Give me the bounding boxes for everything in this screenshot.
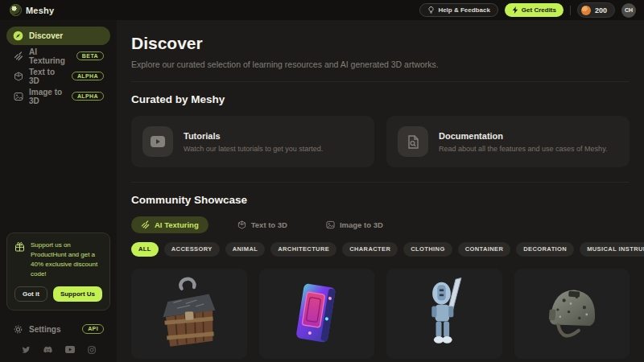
card-title: Tutorials — [184, 131, 323, 141]
filter-chips: ALL ACCESSORY ANIMAL ARCHITECTURE CHARAC… — [131, 242, 630, 257]
sidebar: Discover AI Texturing BETA Text to 3D AL… — [0, 20, 117, 362]
meshy-logo[interactable]: Meshy — [10, 4, 54, 16]
showcase-heading: Community Showcase — [131, 194, 630, 206]
user-avatar[interactable]: CH — [621, 3, 636, 18]
sidebar-item-label: Image to 3D — [29, 88, 66, 105]
youtube-icon[interactable] — [65, 346, 75, 353]
lightning-icon — [512, 6, 518, 14]
got-it-button[interactable]: Got it — [14, 286, 47, 302]
texture-brush-icon — [13, 51, 23, 61]
beta-badge: BETA — [76, 51, 104, 61]
meshy-logo-icon — [10, 4, 22, 16]
sidebar-item-discover[interactable]: Discover — [6, 27, 110, 45]
card-description: Watch our latest tutorials to get you st… — [184, 145, 323, 153]
artwork-box[interactable] — [259, 269, 375, 359]
artwork-armed-beast[interactable] — [386, 269, 502, 359]
cube-icon — [13, 71, 23, 81]
compass-icon — [13, 31, 23, 41]
tab-label: AI Texturing — [155, 220, 199, 229]
showcase-gallery: HA A chest Hannah — [131, 269, 630, 362]
card-description: Read about all the features and use case… — [439, 145, 607, 153]
topbar-actions: Help & Feedback Get Credits 200 CH — [419, 2, 636, 18]
sidebar-item-settings[interactable]: Settings API — [6, 320, 110, 338]
gallery-item: AV Armed beast AVAR — [386, 269, 502, 362]
page-title: Discover — [131, 34, 630, 53]
twitter-icon[interactable] — [22, 346, 31, 354]
documentation-card[interactable]: Documentation Read about all the feature… — [386, 116, 630, 167]
topbar: Meshy Help & Feedback Get Credits 200 CH — [0, 0, 644, 20]
alpha-badge: ALPHA — [72, 92, 104, 101]
documentation-card-text: Documentation Read about all the feature… — [439, 131, 607, 153]
page-header: Discover Explore our curated selection o… — [131, 20, 630, 82]
cube-icon — [237, 220, 246, 229]
filter-chip-character[interactable]: CHARACTER — [342, 242, 398, 257]
instagram-icon[interactable] — [88, 346, 96, 354]
sidebar-item-label: Text to 3D — [29, 68, 66, 85]
sidebar-bottom: Support us on ProductHunt and get a 40% … — [6, 232, 110, 357]
gallery-item: HA A chest Hannah — [131, 269, 247, 362]
help-feedback-button[interactable]: Help & Feedback — [419, 3, 497, 17]
showcase-section: Community Showcase AI Texturing Text to … — [131, 183, 630, 362]
sidebar-item-ai-texturing[interactable]: AI Texturing BETA — [6, 47, 110, 65]
image-icon — [326, 220, 335, 229]
discord-icon[interactable] — [43, 346, 52, 353]
tab-label: Text to 3D — [251, 220, 287, 229]
gear-icon — [13, 324, 23, 335]
gift-icon — [14, 241, 25, 252]
settings-label: Settings — [29, 325, 60, 334]
credits-count: 200 — [595, 6, 607, 14]
tab-label: Image to 3D — [340, 220, 383, 229]
promo-text: Support us on ProductHunt and get a 40% … — [31, 241, 102, 279]
gallery-item: PR Marine Corps Helmet Proton — [514, 269, 630, 362]
gallery-item: KN Box Knight42 — [259, 269, 375, 362]
tab-ai-texturing[interactable]: AI Texturing — [131, 216, 208, 233]
page-subtitle: Explore our curated selection of learnin… — [131, 60, 630, 69]
alpha-badge: ALPHA — [72, 72, 104, 81]
support-us-button[interactable]: Support Us — [53, 286, 102, 302]
filter-chip-all[interactable]: ALL — [131, 242, 159, 257]
filter-chip-architecture[interactable]: ARCHITECTURE — [270, 242, 336, 257]
api-badge: API — [82, 324, 104, 334]
tab-image-to-3d[interactable]: Image to 3D — [316, 216, 393, 233]
filter-chip-decoration[interactable]: DECORATION — [516, 242, 574, 257]
texture-brush-icon — [141, 220, 150, 229]
tutorials-card-text: Tutorials Watch our latest tutorials to … — [184, 131, 323, 153]
filter-chip-musical-instrument[interactable]: MUSICAL INSTRUMENT — [580, 242, 644, 257]
showcase-tabs: AI Texturing Text to 3D Image to 3D — [131, 216, 630, 233]
filter-chip-accessory[interactable]: ACCESSORY — [164, 242, 220, 257]
curated-heading: Curated by Meshy — [131, 93, 630, 105]
tab-text-to-3d[interactable]: Text to 3D — [228, 216, 297, 233]
filter-chip-container[interactable]: CONTAINER — [458, 242, 511, 257]
coin-icon — [581, 6, 591, 15]
sidebar-item-image-to-3d[interactable]: Image to 3D ALPHA — [6, 87, 110, 105]
app-shell: Discover AI Texturing BETA Text to 3D AL… — [0, 20, 644, 362]
youtube-play-icon — [142, 126, 173, 157]
tutorials-card[interactable]: Tutorials Watch our latest tutorials to … — [131, 116, 374, 167]
main-content: Discover Explore our curated selection o… — [117, 20, 644, 362]
sidebar-item-label: Discover — [29, 31, 63, 40]
filter-chip-animal[interactable]: ANIMAL — [225, 242, 266, 257]
sidebar-item-label: AI Texturing — [29, 47, 71, 65]
get-credits-button[interactable]: Get Credits — [505, 3, 564, 17]
sidebar-item-text-to-3d[interactable]: Text to 3D ALPHA — [6, 67, 110, 85]
artwork-helmet[interactable] — [514, 269, 630, 359]
topbar-divider — [570, 6, 571, 15]
image-icon — [13, 91, 23, 101]
artwork-treasure-chest[interactable] — [131, 269, 247, 359]
social-links — [6, 346, 110, 354]
meshy-logo-text: Meshy — [26, 6, 54, 15]
lightbulb-icon — [427, 6, 435, 14]
get-credits-label: Get Credits — [522, 6, 556, 14]
help-feedback-label: Help & Feedback — [438, 6, 489, 14]
producthunt-promo-card: Support us on ProductHunt and get a 40% … — [6, 232, 110, 311]
document-search-icon — [398, 126, 428, 157]
card-title: Documentation — [439, 131, 607, 141]
credits-balance[interactable]: 200 — [577, 2, 615, 18]
filter-chip-clothing[interactable]: CLOTHING — [403, 242, 452, 257]
curated-section: Curated by Meshy Tutorials Watch our lat… — [131, 82, 630, 183]
meshy-app: Meshy Help & Feedback Get Credits 200 CH — [0, 0, 644, 362]
